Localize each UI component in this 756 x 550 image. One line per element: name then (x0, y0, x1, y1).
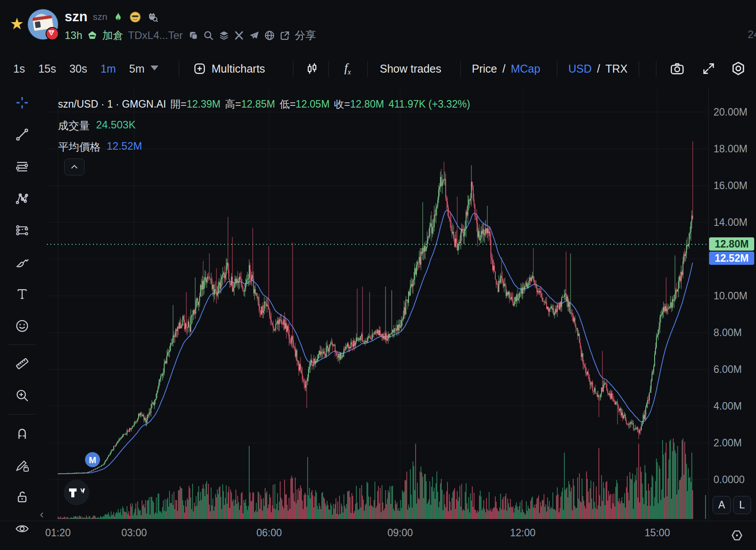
auto-scale-button[interactable]: A (713, 496, 731, 514)
price-tick-14.00M: 14.00M (714, 217, 748, 229)
time-tick-01:20: 01:20 (45, 527, 71, 539)
candlestick-chart[interactable]: M (0, 0, 756, 550)
ruler-icon (15, 356, 30, 371)
tool-crosshair[interactable] (6, 87, 38, 119)
timezone-settings-icon[interactable] (729, 528, 744, 543)
legend-collapse-button[interactable] (64, 159, 85, 175)
price-tick-0.0000: 0.0000 (714, 474, 744, 486)
trade-marker: M (89, 455, 96, 465)
tool-xabcd-pattern[interactable] (6, 182, 38, 214)
tool-lock-all[interactable] (6, 481, 38, 513)
price-tick-6.00M: 6.00M (714, 364, 742, 376)
hide-drawings-icon (15, 521, 30, 536)
tool-ruler[interactable] (6, 348, 38, 380)
avg-price-value: 12.52M (107, 140, 142, 154)
change-label: 411.97K (+3.32%) (389, 98, 470, 110)
time-tick-09:00: 09:00 (387, 527, 413, 539)
toolbar-divider (9, 414, 35, 414)
time-tick-12:00: 12:00 (510, 527, 536, 539)
volume-row: 成交量 24.503K (58, 119, 135, 133)
volume-value: 24.503K (96, 119, 135, 133)
gmgn-trading-page: { "header": { "star": "★", "title": "szn… (0, 0, 756, 550)
time-tick-03:00: 03:00 (121, 527, 147, 539)
price-axis-border (708, 87, 709, 521)
sidebar-collapse-chevron-icon[interactable]: ‹ (40, 507, 44, 521)
tool-trend-line[interactable] (6, 119, 38, 151)
tool-magnet[interactable] (6, 417, 38, 449)
tool-text[interactable] (6, 278, 38, 310)
price-tick-4.00M: 4.00M (714, 400, 742, 412)
drawing-toolbar (0, 87, 44, 545)
tool-hide-drawings[interactable] (6, 513, 38, 545)
price-tick-20.00M: 20.00M (714, 106, 748, 118)
chart-legend: szn/USD · 1 · GMGN.AI 開=12.39M 高=12.85M … (58, 97, 470, 111)
price-tick-10.00M: 10.00M (714, 290, 748, 302)
avg-price-row: 平均價格 12.52M (58, 140, 142, 154)
brush-icon (15, 255, 30, 270)
tool-zoom-in[interactable] (6, 380, 38, 411)
tool-emoji[interactable] (6, 310, 38, 342)
tool-fib-retracement[interactable] (6, 151, 38, 182)
drawing-lock-icon (15, 457, 30, 473)
lock-all-icon (15, 489, 30, 504)
trend-line-icon (15, 127, 30, 142)
pair-label: szn/USD · 1 · GMGN.AI (58, 98, 166, 110)
time-axis-border (0, 521, 756, 521)
price-tick-8.00M: 8.00M (714, 327, 742, 339)
fib-retracement-icon (15, 159, 30, 174)
time-tick-15:00: 15:00 (644, 527, 670, 539)
tool-drawing-lock[interactable] (6, 449, 38, 481)
last-price-badge: 12.80M (709, 237, 754, 251)
price-tick-16.00M: 16.00M (714, 180, 748, 192)
chevron-up-icon (70, 163, 79, 171)
log-scale-button[interactable]: L (733, 496, 751, 514)
tool-brush[interactable] (6, 246, 38, 278)
magnet-icon (15, 426, 30, 441)
avg-price-badge: 12.52M (709, 252, 754, 265)
crosshair-icon (15, 95, 30, 110)
text-icon (15, 287, 30, 302)
price-tick-18.00M: 18.00M (714, 143, 748, 155)
xabcd-pattern-icon (15, 191, 30, 206)
emoji-icon (15, 318, 30, 333)
forecast-icon (15, 223, 30, 238)
time-tick-06:00: 06:00 (256, 527, 282, 539)
zoom-in-icon (15, 388, 30, 403)
volume-label: 成交量 (58, 119, 90, 133)
toolbar-divider (9, 345, 35, 345)
avg-price-label: 平均價格 (58, 140, 100, 154)
price-tick-2.00M: 2.00M (714, 437, 742, 449)
tool-forecast[interactable] (6, 214, 38, 246)
